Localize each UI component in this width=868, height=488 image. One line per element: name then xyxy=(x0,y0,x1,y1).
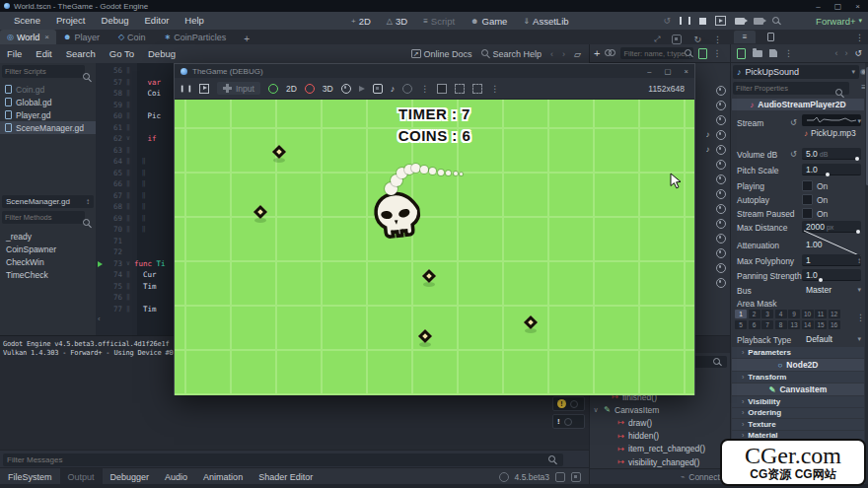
2d-debug-toggle[interactable]: 2D xyxy=(268,84,297,94)
input-mode-button[interactable]: Input xyxy=(217,82,260,95)
mask-bit-cell[interactable]: 12 xyxy=(829,310,840,318)
instance-scene-icon[interactable] xyxy=(605,49,615,57)
mask-bit-cell[interactable]: 8 xyxy=(775,320,787,329)
fold-gutter-mark[interactable]: ‖ xyxy=(122,213,134,225)
method-list-item[interactable]: CoinSpawner xyxy=(0,244,96,256)
mode-2d[interactable]: +2D xyxy=(345,12,377,30)
scene-tab[interactable]: ◇ Coin xyxy=(111,30,158,44)
signal-row[interactable]: ↦ visibility_changed() xyxy=(590,455,731,468)
dock-menu-dots-icon[interactable]: ⋮ xyxy=(855,33,864,42)
mask-bit-cell[interactable]: 15 xyxy=(815,320,827,329)
mode-game[interactable]: ☻Game xyxy=(465,12,513,30)
method-list-item[interactable]: CheckWin xyxy=(0,256,96,269)
mask-bit-cell[interactable]: 4 xyxy=(775,310,787,318)
fold-gutter-mark[interactable]: ‖ xyxy=(122,281,134,293)
menu-item[interactable]: Debug xyxy=(94,12,137,30)
playback-type-dropdown[interactable]: Default xyxy=(802,333,861,345)
sort-methods-icon[interactable]: ↕ xyxy=(86,197,94,206)
bottom-panel-tab[interactable]: Animation xyxy=(195,472,251,482)
pin-bottom-panel-icon[interactable] xyxy=(571,472,581,482)
visibility-debug-icon[interactable] xyxy=(341,84,351,94)
visibility-toggle-icon[interactable] xyxy=(716,219,726,229)
attenuation-field[interactable]: 1.00 xyxy=(802,239,861,250)
visibility-toggle-icon[interactable] xyxy=(716,115,726,125)
script-list-item[interactable]: Player.gd xyxy=(0,108,96,121)
menu-item[interactable]: Project xyxy=(48,12,94,30)
section-node2d[interactable]: ○Node2D xyxy=(732,359,864,371)
mask-bit-cell[interactable]: 10 xyxy=(802,310,814,318)
reload-project-icon[interactable]: ↺ xyxy=(663,16,671,26)
script-menu-item[interactable]: Edit xyxy=(29,48,58,59)
stop-icon[interactable] xyxy=(699,18,706,25)
method-list-item[interactable]: TimeCheck xyxy=(0,269,96,282)
inspector-dock-tab[interactable]: ≡ xyxy=(734,31,756,43)
close-button[interactable]: × xyxy=(685,67,688,76)
scene-filter-input[interactable] xyxy=(620,47,693,59)
movie-maker-icon[interactable] xyxy=(735,18,745,25)
fold-gutter-mark[interactable]: ‖ xyxy=(122,156,134,168)
chevron-down-icon[interactable]: ▾ xyxy=(857,286,861,294)
online-docs-button[interactable]: ↗Online Docs xyxy=(411,49,472,59)
next-frame-icon[interactable] xyxy=(199,84,209,94)
script-list-item[interactable]: SceneManager.gd xyxy=(0,121,96,134)
error-filter-toggle[interactable]: ! xyxy=(552,414,585,429)
visibility-toggle-icon[interactable] xyxy=(716,86,726,96)
script-menu-item[interactable]: Debug xyxy=(141,48,182,59)
fold-gutter-mark[interactable]: ‖ xyxy=(122,201,134,213)
group-parameters[interactable]: ›Parameters xyxy=(732,347,864,358)
fold-gutter-mark[interactable]: ‖ xyxy=(122,88,134,100)
bottom-panel-tab[interactable]: Audio xyxy=(157,472,195,482)
warning-filter-toggle[interactable]: ! xyxy=(552,396,585,411)
audio-mute-icon[interactable]: ♪ xyxy=(391,84,396,94)
inspected-object-selector[interactable]: ♪ PickUpSound ▾ xyxy=(733,65,859,79)
load-resource-icon[interactable] xyxy=(753,50,762,57)
resource-menu-dots-icon[interactable]: ⋮ xyxy=(784,48,793,58)
mask-bit-cell[interactable]: 7 xyxy=(761,320,773,329)
fold-gutter-mark[interactable]: ‖ xyxy=(122,145,134,157)
history-back-icon[interactable]: ‹ xyxy=(834,48,837,58)
volume-db-field[interactable]: 5.0dB xyxy=(802,148,861,160)
group-visibility[interactable]: ›Visibility xyxy=(732,396,864,407)
history-forward-icon[interactable]: › xyxy=(562,49,565,59)
fold-gutter-mark[interactable]: ‖ xyxy=(122,65,134,77)
visibility-toggle-icon[interactable] xyxy=(716,160,726,170)
scene-tab[interactable]: ◎ World × xyxy=(0,30,56,44)
max-polyphony-field[interactable]: 1 xyxy=(802,254,861,266)
class-section-header[interactable]: ♪ AudioStreamPlayer2D xyxy=(732,99,864,110)
keep-aspect-icon[interactable] xyxy=(455,84,465,94)
mask-bit-cell[interactable]: 11 xyxy=(815,310,827,318)
visibility-toggle-icon[interactable] xyxy=(716,130,726,140)
visibility-toggle-icon[interactable] xyxy=(716,278,726,288)
select-cursor-icon[interactable] xyxy=(359,86,365,92)
node-dock-tab[interactable] xyxy=(760,31,781,43)
size-menu-dots-icon[interactable]: ⋮ xyxy=(490,84,499,94)
stream-preview[interactable] xyxy=(802,114,861,126)
expand-editor-icon[interactable]: ⤢ xyxy=(654,35,660,44)
fold-gutter-mark[interactable]: ‖ xyxy=(122,178,134,190)
chevron-down-icon[interactable]: ▾ xyxy=(857,117,861,125)
fold-gutter-mark[interactable]: ∨ xyxy=(122,258,134,270)
panning-slider-handle[interactable] xyxy=(819,278,823,282)
pitch-slider-handle[interactable] xyxy=(826,173,830,176)
mask-bit-cell[interactable]: 5 xyxy=(735,320,747,329)
filter-scripts-input[interactable] xyxy=(2,65,85,78)
tree-chevron-icon[interactable]: ∨ xyxy=(592,406,600,414)
stretch-mode-icon[interactable] xyxy=(472,84,482,94)
instance-search-icon[interactable] xyxy=(772,17,781,26)
bottom-panel-tab[interactable]: FileSystem xyxy=(0,472,60,482)
fold-gutter-mark[interactable]: ‖ xyxy=(122,168,134,179)
fold-gutter-mark[interactable]: ∨ xyxy=(122,133,134,145)
notification-bell-icon[interactable] xyxy=(499,472,509,482)
scene-panel-icon[interactable] xyxy=(672,35,682,44)
group-transform[interactable]: ›Transform xyxy=(732,372,864,383)
revert-icon[interactable]: ↺ xyxy=(790,118,797,127)
add-scene-tab-button[interactable]: + xyxy=(238,34,255,44)
mask-bit-cell[interactable]: 1 xyxy=(735,310,747,318)
renderer-dropdown[interactable]: Forward+▾ xyxy=(816,12,862,30)
signal-row[interactable]: ↦ item_rect_changed() xyxy=(590,443,731,455)
visibility-toggle-icon[interactable] xyxy=(716,174,726,184)
add-node-button[interactable]: + xyxy=(594,47,600,59)
filter-messages-input[interactable] xyxy=(3,453,563,466)
stream-paused-checkbox[interactable] xyxy=(802,208,813,219)
volume-slider-handle[interactable] xyxy=(855,157,859,161)
